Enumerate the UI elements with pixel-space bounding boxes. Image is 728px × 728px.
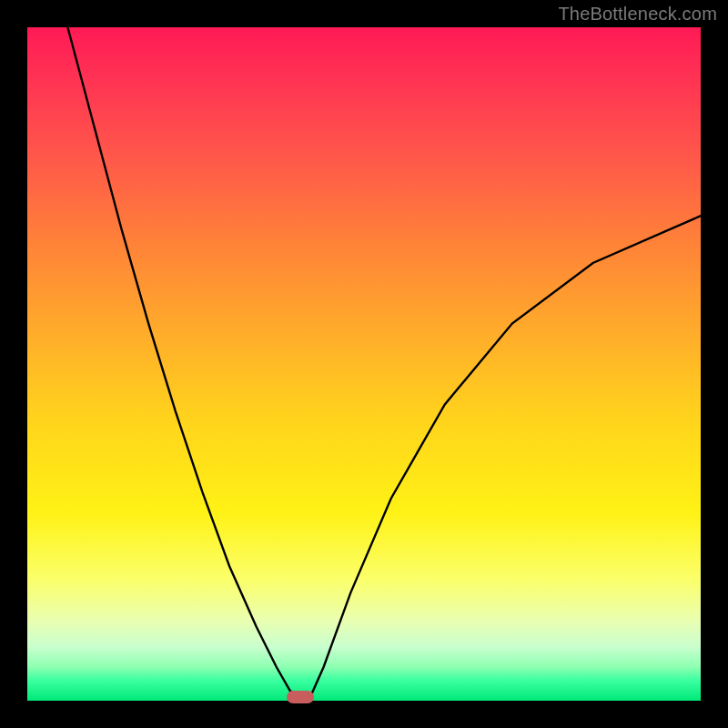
curve-layer [27, 27, 701, 701]
bottleneck-curve [67, 27, 701, 697]
chart-frame: TheBottleneck.com [0, 0, 728, 728]
plot-area [27, 27, 701, 701]
minimum-marker [287, 691, 314, 703]
watermark-text: TheBottleneck.com [558, 4, 717, 25]
